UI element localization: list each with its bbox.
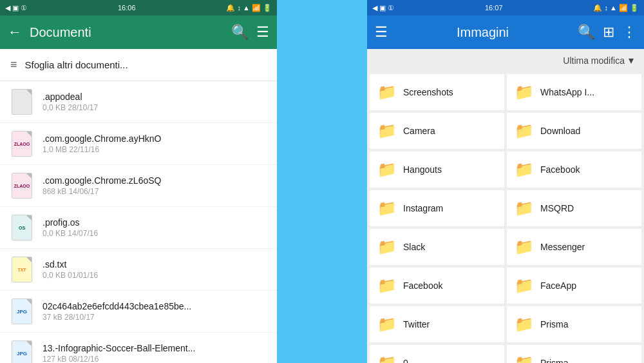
folder-name: Facebook	[403, 280, 442, 291]
file-name: .profig.os	[43, 217, 267, 228]
file-item[interactable]: ZLAOO.com.google.Chrome.ayHknO1,0 MB 22/…	[0, 123, 277, 165]
folder-name: Hangouts	[403, 164, 442, 175]
folder-icon: 📁	[377, 83, 397, 101]
folder-item[interactable]: 📁Twitter	[370, 306, 504, 342]
folder-name: Instagram	[403, 203, 443, 213]
folder-icon: 📁	[377, 315, 397, 333]
folder-icon: 📁	[377, 354, 397, 363]
status-right-icons-right: 🔔 ↕ ▲ 📶 🔋	[593, 4, 639, 12]
folder-icon: 📁	[377, 277, 397, 295]
file-type-icon: ZLAOO	[12, 131, 32, 157]
folder-item[interactable]: 📁Download	[507, 113, 641, 149]
left-panel: ◀ ▣ ① 16:06 🔔 ↕ ▲ 📶 🔋 ← Documenti 🔍 ☰ ≡ …	[0, 0, 277, 363]
folder-item[interactable]: 📁Prisma	[507, 306, 641, 342]
folder-icon: 📁	[377, 199, 397, 217]
file-info: .com.google.Chrome.zL6oSQ868 kB 14/06/17	[43, 175, 267, 196]
folder-item[interactable]: 📁Hangouts	[370, 152, 504, 188]
file-info: 13.-Infographic-Soccer-Ball-Element...12…	[43, 343, 267, 363]
left-title: Documenti	[30, 25, 223, 40]
status-bar-right: ◀ ▣ ① 16:07 🔔 ↕ ▲ 📶 🔋	[367, 0, 644, 15]
folder-item[interactable]: 📁WhatsApp I...	[507, 74, 641, 110]
more-button[interactable]: ⋮	[622, 24, 636, 41]
file-icon-wrap	[10, 88, 33, 116]
file-meta: 1,0 MB 22/11/16	[43, 145, 267, 154]
folder-name: FaceApp	[540, 280, 576, 291]
right-content: Ultima modifica ▾ 📁Screenshots📁WhatsApp …	[367, 49, 644, 363]
file-info: .com.google.Chrome.ayHknO1,0 MB 22/11/16	[43, 133, 267, 154]
folder-icon: 📁	[515, 83, 534, 101]
right-title: Immagini	[395, 25, 570, 40]
status-time-right: 16:07	[485, 4, 503, 12]
folder-icon: 📁	[515, 199, 534, 217]
folder-item[interactable]: 📁0	[370, 345, 504, 363]
toolbar-left: ← Documenti 🔍 ☰	[0, 15, 277, 49]
folder-item[interactable]: 📁Facebook	[507, 152, 641, 188]
file-name: 02c464ab2e6efcdd443cbea1e85be...	[43, 301, 267, 311]
back-button[interactable]: ←	[8, 24, 22, 41]
folder-grid: 📁Screenshots📁WhatsApp I...📁Camera📁Downlo…	[367, 72, 644, 363]
search-button-right[interactable]: 🔍	[578, 24, 595, 41]
file-name: .sd.txt	[43, 259, 267, 270]
file-item[interactable]: .appodeal0,0 KB 28/10/17	[0, 81, 277, 123]
file-info: .sd.txt0,0 KB 01/01/16	[43, 259, 267, 280]
file-type-icon: TXT	[12, 257, 32, 282]
folder-name: Twitter	[403, 319, 430, 329]
file-info: .profig.os0,0 KB 14/07/16	[43, 217, 267, 238]
file-meta: 0,0 KB 14/07/16	[43, 229, 267, 238]
sort-label: Ultima modifica	[563, 55, 625, 66]
file-item[interactable]: JPG13.-Infographic-Soccer-Ball-Element..…	[0, 333, 277, 363]
folder-name: Download	[540, 126, 580, 136]
folder-item[interactable]: 📁Instagram	[370, 190, 504, 226]
folder-icon: 📁	[377, 238, 397, 256]
folder-name: Prisma	[540, 319, 569, 329]
filter-button-left[interactable]: ☰	[256, 24, 269, 41]
folder-name: Messenger	[540, 242, 585, 252]
folder-item[interactable]: 📁Camera	[370, 113, 504, 149]
file-item[interactable]: TXT.sd.txt0,0 KB 01/01/16	[0, 249, 277, 291]
folder-item[interactable]: 📁Prisma	[507, 345, 641, 363]
folder-item[interactable]: 📁Screenshots	[370, 74, 504, 110]
status-time-left: 16:06	[118, 4, 136, 12]
folder-item[interactable]: 📁Facebook	[370, 268, 504, 304]
status-left-notifications: ◀ ▣ ①	[5, 4, 27, 12]
folder-icon: 📁	[515, 238, 534, 256]
folder-name: Camera	[403, 126, 435, 136]
file-item[interactable]: OS.profig.os0,0 KB 14/07/16	[0, 207, 277, 249]
search-button-left[interactable]: 🔍	[231, 24, 249, 41]
right-panel: ◀ ▣ ① 16:07 🔔 ↕ ▲ 📶 🔋 ☰ Immagini 🔍 ⊞ ⋮ U…	[367, 0, 644, 363]
folder-item[interactable]: 📁FaceApp	[507, 268, 641, 304]
folder-icon: 📁	[377, 161, 397, 179]
folder-item[interactable]: 📁MSQRD	[507, 190, 641, 226]
folder-icon: 📁	[515, 354, 534, 363]
file-meta: 127 kB 08/12/16	[43, 355, 267, 363]
file-info: .appodeal0,0 KB 28/10/17	[43, 92, 267, 112]
folder-icon: 📁	[515, 315, 534, 333]
folder-icon: 📁	[515, 277, 534, 295]
folder-item[interactable]: 📁Slack	[370, 229, 504, 265]
file-meta: 37 kB 28/10/17	[43, 313, 267, 322]
grid-button[interactable]: ⊞	[603, 24, 614, 41]
file-type-icon: ZLAOO	[12, 173, 32, 199]
file-icon-wrap: OS	[10, 213, 33, 242]
file-name: 13.-Infographic-Soccer-Ball-Element...	[43, 343, 267, 353]
file-type-icon: JPG	[12, 299, 32, 324]
file-item[interactable]: JPG02c464ab2e6efcdd443cbea1e85be...37 kB…	[0, 291, 277, 333]
file-item[interactable]: ZLAOO.com.google.Chrome.zL6oSQ868 kB 14/…	[0, 165, 277, 207]
file-meta: 868 kB 14/06/17	[43, 187, 267, 196]
folder-name: WhatsApp I...	[540, 87, 594, 97]
status-left-notifications-right: ◀ ▣ ①	[372, 4, 394, 12]
menu-button[interactable]: ☰	[375, 24, 388, 41]
folder-name: Slack	[403, 242, 425, 252]
file-icon-wrap: TXT	[10, 255, 33, 284]
toolbar-right: ☰ Immagini 🔍 ⊞ ⋮	[367, 15, 644, 49]
browse-row[interactable]: ≡ Sfoglia altri documenti...	[0, 49, 277, 81]
file-name: .com.google.Chrome.ayHknO	[43, 133, 267, 144]
sort-bar[interactable]: Ultima modifica ▾	[367, 49, 644, 72]
file-type-icon	[12, 89, 32, 115]
folder-item[interactable]: 📁Messenger	[507, 229, 641, 265]
left-content: ≡ Sfoglia altri documenti... .appodeal0,…	[0, 49, 277, 363]
file-list: .appodeal0,0 KB 28/10/17ZLAOO.com.google…	[0, 81, 277, 363]
folder-name: 0	[403, 358, 408, 363]
folder-name: Facebook	[540, 164, 580, 175]
chevron-down-icon: ▾	[629, 54, 634, 66]
